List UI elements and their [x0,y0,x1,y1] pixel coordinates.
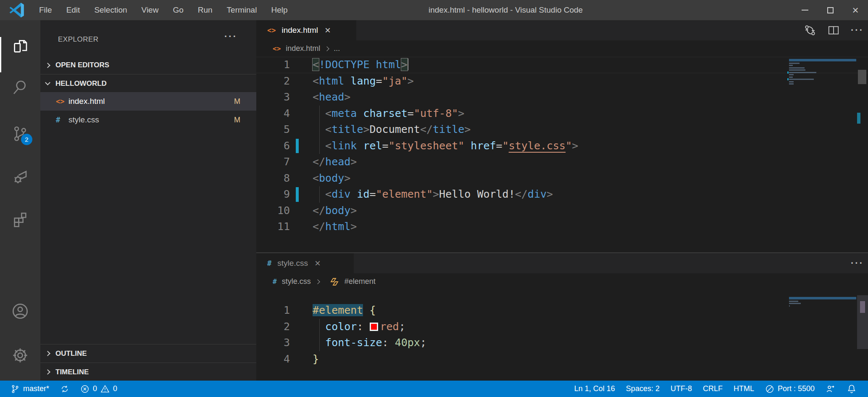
split-editor-icon[interactable] [827,24,840,37]
open-editors-label: OPEN EDITORS [55,61,109,69]
indentation-item[interactable]: Spaces: 2 [621,381,665,397]
text-cursor [408,58,408,70]
code-line-1[interactable]: 1<!DOCTYPE html> [256,57,868,73]
folder-label: HELLOWORLD [55,79,107,88]
window-title: index.html - helloworld - Visual Studio … [429,0,583,20]
file-row-index.html[interactable]: <>index.htmlM [40,92,256,111]
explorer-icon[interactable] [0,28,40,65]
menu-selection[interactable]: Selection [87,0,134,20]
tab-index-html[interactable]: <> index.html [256,20,356,40]
editor-actions [851,253,864,273]
live-server-port-item[interactable]: Port : 5500 [760,381,820,397]
line-number: 1 [256,302,290,319]
menu-view[interactable]: View [134,0,166,20]
code-editor-style-css[interactable]: 1#element {2 color: red;3 font-size: 40p… [256,302,868,381]
more-actions-icon[interactable] [851,258,864,269]
sidebar-title: EXPLORER [58,35,99,44]
tab-style-css[interactable]: # style.css [256,253,354,273]
line-number: 1 [256,57,290,73]
account-icon[interactable] [0,293,40,330]
minimize-button[interactable] [792,0,818,20]
breadcrumb-symbol[interactable]: #element [345,277,376,286]
run-debug-icon[interactable] [0,158,40,195]
line-number: 2 [256,73,290,90]
menu-file[interactable]: File [32,0,59,20]
indent-guide [319,122,320,138]
code-line-1[interactable]: 1#element { [256,302,868,319]
tab-bar-lower: # style.css [256,253,868,273]
sidebar-header: EXPLORER [40,20,256,56]
window-controls: × [792,0,868,20]
feedback-item[interactable] [820,381,841,397]
vscode-logo-icon [8,1,26,19]
minimap-upper[interactable] [789,59,856,86]
chevron-right-icon [45,351,50,356]
code-line-4[interactable]: 4} [256,351,868,368]
breadcrumb-symbol[interactable]: ... [334,44,340,53]
code-line-11[interactable]: 11</html> [256,219,868,235]
outline-section[interactable]: OUTLINE [40,344,256,363]
code-line-5[interactable]: 5 <title>Document</title> [256,122,868,138]
problems-item[interactable]: 0 0 [75,384,123,394]
color-swatch[interactable] [370,323,378,331]
line-number: 7 [256,154,290,170]
breadcrumb-upper[interactable]: <> index.html ... [256,40,868,57]
close-button[interactable]: × [843,0,868,20]
breadcrumb-file[interactable]: index.html [286,44,320,53]
code-line-9[interactable]: 9 <div id="element">Hello World!</div> [256,186,868,203]
blocked-circle-icon [765,384,774,394]
chevron-down-icon [45,80,50,85]
breadcrumb-file[interactable]: style.css [282,277,311,286]
search-icon[interactable] [0,69,40,106]
code-editor-index-html[interactable]: 1<!DOCTYPE html>2<html lang="ja">3<head>… [256,57,868,253]
breadcrumb-separator-icon [325,46,329,51]
chevron-right-icon [45,369,50,375]
extensions-icon[interactable] [0,201,40,238]
code-line-10[interactable]: 10</body> [256,203,868,219]
menu-go[interactable]: Go [166,0,190,20]
indent-guide [319,138,320,154]
file-row-style.css[interactable]: #style.cssM [40,111,256,129]
minimap-lower[interactable] [789,297,856,307]
code-line-3[interactable]: 3 font-size: 40px; [256,335,868,351]
code-line-3[interactable]: 3<head> [256,89,868,106]
notifications-item[interactable] [841,381,862,397]
code-line-2[interactable]: 2 color: red; [256,319,868,335]
css-file-icon: # [273,278,277,286]
language-mode-item[interactable]: HTML [728,381,760,397]
encoding-item[interactable]: UTF-8 [665,381,697,397]
close-tab-icon[interactable] [315,258,321,268]
settings-gear-icon[interactable] [0,337,40,374]
scrollbar-thumb[interactable] [858,70,866,84]
sync-item[interactable] [55,384,75,394]
code-line-8[interactable]: 8<body> [256,170,868,187]
breadcrumb-lower[interactable]: # style.css #element [256,273,868,290]
file-name: index.html [68,97,105,106]
open-editors-section[interactable]: OPEN EDITORS [40,56,256,74]
sidebar-more-actions-icon[interactable] [224,31,237,42]
errors-icon [80,384,89,394]
menu-edit[interactable]: Edit [59,0,87,20]
source-control-icon[interactable] [0,115,40,152]
eol-item[interactable]: CRLF [697,381,728,397]
git-branch-item[interactable]: master* [5,384,55,394]
menu-run[interactable]: Run [191,0,220,20]
code-line-7[interactable]: 7</head> [256,154,868,170]
open-changes-icon[interactable] [804,24,816,37]
maximize-button[interactable] [818,0,843,20]
more-actions-icon[interactable] [851,25,864,36]
cursor-position-item[interactable]: Ln 1, Col 16 [569,381,621,397]
code-line-4[interactable]: 4 <meta charset="utf-8"> [256,106,868,122]
code-line-6[interactable]: 6 <link rel="stylesheet" href="style.css… [256,138,868,154]
line-number: 4 [256,351,290,368]
menu-terminal[interactable]: Terminal [220,0,264,20]
folder-section[interactable]: HELLOWORLD [40,74,256,93]
minimize-icon [802,10,808,11]
status-bar: master* 0 0 Ln 1, Col 16 Spaces: 2 UTF-8… [0,381,868,397]
source-control-badge: 2 [21,134,32,145]
menu-help[interactable]: Help [264,0,295,20]
code-line-2[interactable]: 2<html lang="ja"> [256,73,868,90]
close-tab-icon[interactable] [325,25,331,35]
timeline-section[interactable]: TIMELINE [40,363,256,381]
scrollbar-thumb[interactable] [860,301,865,313]
